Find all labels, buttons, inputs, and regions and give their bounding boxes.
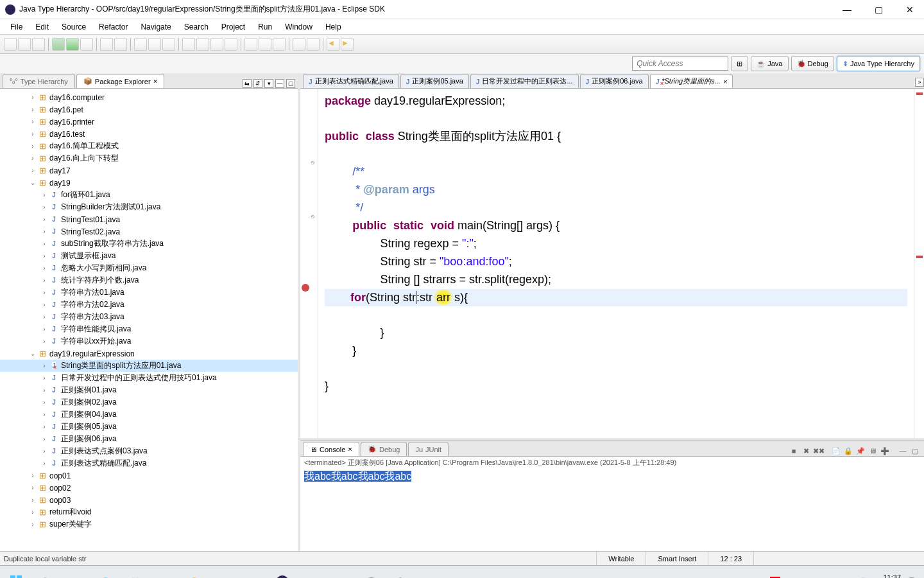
eclipse-taskbar-icon[interactable] [268, 569, 296, 579]
taskbar-app-icon[interactable]: ▣ [416, 569, 444, 579]
package-node[interactable]: ⌄day19 [0, 177, 298, 189]
package-node[interactable]: ›day16.简单工程模式 [0, 140, 298, 152]
error-marker-icon[interactable] [302, 284, 309, 292]
fold-toggle-icon[interactable]: ⊖ [310, 215, 316, 220]
quick-access-input[interactable] [632, 57, 728, 71]
package-node[interactable]: ›super关键字 [0, 518, 298, 530]
expand-toggle-icon[interactable]: › [40, 228, 49, 235]
menu-file[interactable]: File [4, 21, 29, 33]
debug-button[interactable] [52, 38, 65, 51]
open-perspective-button[interactable]: ⊞ [731, 56, 748, 71]
expand-toggle-icon[interactable]: › [28, 143, 37, 150]
java-file-node[interactable]: ›subString截取字符串方法.java [0, 238, 298, 250]
wechat-icon[interactable]: 💬 [357, 569, 385, 579]
new-class-button[interactable] [114, 38, 127, 51]
close-icon[interactable]: × [723, 78, 727, 85]
menu-project[interactable]: Project [215, 21, 252, 33]
overview-error-icon[interactable] [916, 92, 923, 95]
expand-toggle-icon[interactable]: › [28, 106, 37, 113]
close-icon[interactable]: × [348, 445, 352, 453]
menu-window[interactable]: Window [278, 21, 319, 33]
maximize-view-button[interactable]: ▢ [286, 79, 295, 88]
fold-toggle-icon[interactable]: ⊖ [310, 161, 316, 166]
overview-error-icon[interactable] [916, 256, 923, 258]
step-return-button[interactable] [210, 38, 223, 51]
firefox-icon[interactable]: 🦊 [121, 569, 149, 579]
menu-source[interactable]: Source [55, 21, 92, 33]
package-node[interactable]: ›day16.向上向下转型 [0, 152, 298, 164]
system-clock[interactable]: 11:37 2021/5/8 [873, 573, 901, 579]
expand-toggle-icon[interactable]: › [40, 362, 49, 369]
expand-toggle-icon[interactable]: › [28, 167, 37, 174]
show-list-button[interactable]: » [915, 78, 924, 87]
package-node[interactable]: ›day16.computer [0, 91, 298, 103]
expand-toggle-icon[interactable]: › [28, 484, 37, 491]
step-into-button[interactable] [196, 38, 209, 51]
settings-icon[interactable]: ⚙ [239, 569, 267, 579]
editor-area[interactable]: ⊖ ⊖ package day19.regularExpression; pub… [300, 89, 924, 438]
java-file-node[interactable]: ›for循环01.java [0, 189, 298, 201]
editor-tab[interactable]: 正则表达式精确匹配.java [303, 74, 399, 88]
minimize-view-button[interactable]: — [898, 446, 908, 456]
package-explorer-tree[interactable]: ›day16.computer›day16.pet›day16.printer›… [0, 89, 298, 551]
run-button[interactable] [66, 38, 79, 51]
tab-package-explorer[interactable]: 📦 Package Explorer × [76, 74, 164, 88]
file-explorer-icon[interactable]: 📁 [150, 569, 178, 579]
console-output[interactable]: 我abc我abc我abc我abc [300, 469, 924, 551]
expand-toggle-icon[interactable]: ⌄ [28, 179, 37, 186]
search-button[interactable] [148, 38, 161, 51]
back-button[interactable]: ◄ [327, 38, 339, 51]
perspective-debug[interactable]: 🐞Debug [791, 56, 834, 71]
expand-toggle-icon[interactable]: › [40, 448, 49, 455]
java-file-node[interactable]: ›正则案例05.java [0, 421, 298, 433]
expand-toggle-icon[interactable]: › [40, 277, 49, 284]
java-file-node[interactable]: ›StringTest01.java [0, 213, 298, 225]
java-file-node[interactable]: ›正则表达式点案例03.java [0, 445, 298, 457]
expand-toggle-icon[interactable]: › [40, 313, 49, 320]
package-node[interactable]: ›day17 [0, 164, 298, 177]
java-file-node[interactable]: ›字符串以xx开始.java [0, 335, 298, 347]
expand-toggle-icon[interactable]: › [40, 252, 49, 259]
close-icon[interactable]: × [153, 77, 158, 85]
step-over-button[interactable] [182, 38, 195, 51]
expand-toggle-icon[interactable]: › [40, 191, 49, 198]
expand-toggle-icon[interactable]: › [40, 411, 49, 418]
menu-edit[interactable]: Edit [29, 21, 55, 33]
qq-icon[interactable]: 🐧 [386, 569, 415, 579]
expand-toggle-icon[interactable]: › [40, 338, 49, 345]
clear-console-button[interactable]: 📄 [831, 446, 841, 456]
expand-toggle-icon[interactable]: › [40, 265, 49, 272]
pin-console-button[interactable]: 📌 [855, 446, 866, 456]
java-file-node[interactable]: ›正则案例02.java [0, 396, 298, 408]
link-editor-button[interactable]: ⇵ [253, 79, 262, 88]
java-file-node[interactable]: ›正则案例06.java [0, 433, 298, 445]
open-type-button[interactable] [134, 38, 147, 51]
java-file-node[interactable]: ›正则表达式精确匹配.java [0, 457, 298, 469]
start-button[interactable] [3, 569, 31, 579]
expand-toggle-icon[interactable]: › [40, 326, 49, 333]
menu-search[interactable]: Search [178, 21, 215, 33]
word-icon[interactable]: ▦ [445, 569, 474, 579]
taskbar-app-icon[interactable]: ▦ [534, 569, 562, 579]
java-file-node[interactable]: ›日常开发过程中的正则表达式使用技巧01.java [0, 372, 298, 384]
java-file-node[interactable]: ›正则案例01.java [0, 384, 298, 396]
edge-icon[interactable]: 🌐 [91, 569, 119, 579]
remove-all-button[interactable]: ✖✖ [813, 446, 823, 456]
perspective-type-hierarchy[interactable]: ⬍Java Type Hierarchy [837, 56, 920, 71]
java-file-node[interactable]: ›忽略大小写判断相同.java [0, 262, 298, 274]
package-node[interactable]: ›return和void [0, 506, 298, 518]
tab-junit[interactable]: Ju JUnit [408, 442, 449, 456]
expand-toggle-icon[interactable]: › [28, 472, 37, 479]
tab-debug[interactable]: 🐞 Debug [361, 442, 407, 456]
package-node[interactable]: ›oop03 [0, 494, 298, 506]
run-last-button[interactable] [80, 38, 93, 51]
search-icon[interactable]: 🔍 [32, 569, 60, 579]
collapse-all-button[interactable]: ⇆ [243, 79, 252, 88]
expand-toggle-icon[interactable]: › [28, 130, 37, 137]
taskbar-app-icon[interactable]: ▤ [504, 569, 533, 579]
toggle-mark-button[interactable] [162, 38, 175, 51]
prev-edit-button[interactable] [293, 38, 305, 51]
expand-toggle-icon[interactable]: › [40, 423, 49, 430]
menu-run[interactable]: Run [252, 21, 278, 33]
task-view-icon[interactable]: ⊞ [62, 569, 90, 579]
